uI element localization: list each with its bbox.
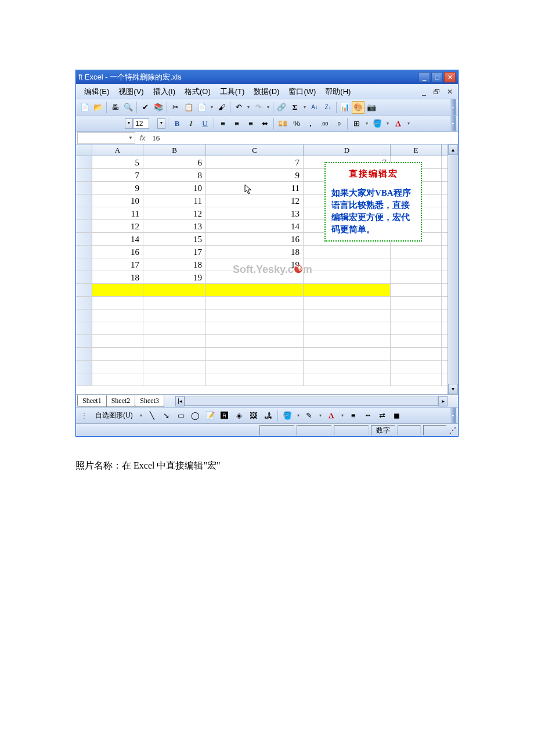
sort-asc-icon[interactable]: A↓ [308,101,321,114]
paste-icon[interactable]: 📄 [196,101,208,114]
sheet-tab-1[interactable]: Sheet1 [77,395,107,407]
research-icon[interactable]: 📚 [152,101,165,114]
maximize-button[interactable]: □ [431,72,443,82]
empty-row[interactable] [76,373,448,386]
open-icon[interactable]: 📂 [92,101,104,114]
menu-tools[interactable]: 工具(T) [215,85,250,99]
table-row[interactable]: 161718 [76,246,448,258]
shadow-icon[interactable]: ◼ [391,409,403,422]
vertical-scrollbar[interactable]: ▴ ▾ [448,145,458,394]
font-dropdown-icon[interactable]: ▾ [125,118,133,129]
borders-icon[interactable]: ⊞ [350,117,363,130]
fx-icon[interactable]: fx [140,134,145,142]
inner-close-icon[interactable]: ✕ [445,88,454,96]
col-header-d[interactable]: D [304,145,391,156]
percent-button[interactable]: % [290,117,303,130]
empty-row[interactable] [76,297,448,309]
underline-button[interactable]: U [199,117,211,130]
arrow-icon[interactable]: ↘ [160,409,173,422]
empty-row[interactable] [76,361,448,373]
fill-draw-dropdown-icon[interactable]: ▾ [295,413,301,418]
diagram-icon[interactable]: ◈ [233,409,246,422]
line-style-icon[interactable]: ≡ [347,409,360,422]
autoshapes-dropdown-icon[interactable]: ▾ [138,413,144,418]
textbox-icon[interactable]: 📝 [204,409,217,422]
drawing-toggle-icon[interactable]: 🎨 [352,101,365,114]
fill-color-draw-icon[interactable]: 🪣 [281,409,294,422]
col-header-e[interactable]: E [391,145,442,156]
merge-cells-icon[interactable]: ⬌ [258,117,271,130]
select-all-corner[interactable] [76,145,92,156]
decrease-decimal-icon[interactable]: .0 [332,117,345,130]
format-toolbar-options-icon[interactable]: ▾ [450,116,456,131]
menu-insert[interactable]: 插入(I) [149,85,180,99]
dash-style-icon[interactable]: ┅ [362,409,374,422]
menu-data[interactable]: 数据(D) [249,85,284,99]
scroll-down-icon[interactable]: ▾ [448,384,458,394]
empty-row[interactable] [76,335,448,348]
empty-row[interactable] [76,348,448,361]
line-color-icon[interactable]: ✎ [303,409,316,422]
col-header-b[interactable]: B [143,145,206,156]
chart-icon[interactable]: 📊 [338,101,351,114]
align-right-icon[interactable]: ≡ [244,117,257,130]
italic-button[interactable]: I [185,117,197,130]
picture-icon[interactable]: 🏞 [262,409,275,422]
scroll-up-icon[interactable]: ▴ [448,145,458,155]
camera-icon[interactable]: 📷 [365,101,378,114]
align-center-icon[interactable]: ≡ [230,117,243,130]
menu-format[interactable]: 格式(O) [180,85,215,99]
arrow-style-icon[interactable]: ⇄ [376,409,389,422]
minimize-button[interactable]: _ [418,72,430,82]
fill-color-icon[interactable]: 🪣 [371,117,384,130]
fill-dropdown-icon[interactable]: ▾ [385,121,391,126]
menu-help[interactable]: 帮助(H) [320,85,355,99]
font-color-icon[interactable]: A [392,117,405,130]
menu-view[interactable]: 视图(V) [114,85,148,99]
formula-input[interactable] [150,133,458,143]
horizontal-scrollbar[interactable] [185,397,438,406]
font-color-draw-icon[interactable]: A [325,409,338,422]
col-header-c[interactable]: C [206,145,304,156]
increase-decimal-icon[interactable]: .00 [318,117,331,130]
oval-icon[interactable]: ◯ [189,409,202,422]
name-box[interactable] [77,132,135,144]
sheet-tab-3[interactable]: Sheet3 [135,395,164,407]
paste-dropdown-icon[interactable]: ▾ [209,105,215,110]
line-icon[interactable]: ╲ [146,409,158,422]
inner-restore-icon[interactable]: 🗗 [431,88,442,96]
hyperlink-icon[interactable]: 🔗 [275,101,288,114]
redo-icon[interactable]: ↷ [252,101,265,114]
print-icon[interactable]: 🖶 [109,101,121,114]
copy-icon[interactable]: 📋 [182,101,195,114]
sort-desc-icon[interactable]: Z↓ [322,101,334,114]
close-button[interactable]: ✕ [444,72,456,82]
table-row[interactable]: 1819 [76,271,448,284]
cut-icon[interactable]: ✂ [169,101,182,114]
inner-minimize-icon[interactable]: _ [420,88,428,96]
col-header-a[interactable]: A [92,145,143,156]
new-icon[interactable]: 📄 [78,101,91,114]
comma-button[interactable]: , [304,117,317,130]
empty-row[interactable] [76,309,448,322]
resize-grip-icon[interactable]: ⋰ [448,426,458,434]
font-color-dropdown-icon[interactable]: ▾ [406,121,412,126]
font-color-draw-dropdown-icon[interactable]: ▾ [340,413,345,418]
empty-row[interactable] [76,322,448,335]
font-size-dropdown-icon[interactable]: ▾ [157,118,165,129]
borders-dropdown-icon[interactable]: ▾ [364,121,370,126]
spelling-icon[interactable]: ✔ [139,101,151,114]
toolbar-options-icon[interactable]: ▾ [450,99,456,115]
sheet-tab-2[interactable]: Sheet2 [106,395,136,407]
empty-row[interactable] [76,284,448,297]
wordart-icon[interactable]: 🅰 [218,409,231,422]
scroll-right-icon[interactable]: ▸ [438,396,448,406]
drawing-toolbar-options-icon[interactable]: ▾ [450,408,456,423]
undo-dropdown-icon[interactable]: ▾ [246,105,251,110]
redo-dropdown-icon[interactable]: ▾ [265,105,271,110]
autoshapes-button[interactable]: 自选图形(U) [92,409,136,422]
menu-edit[interactable]: 编辑(E) [80,85,114,99]
undo-icon[interactable]: ↶ [232,101,245,114]
currency-icon[interactable]: 💴 [276,117,289,130]
rectangle-icon[interactable]: ▭ [175,409,187,422]
